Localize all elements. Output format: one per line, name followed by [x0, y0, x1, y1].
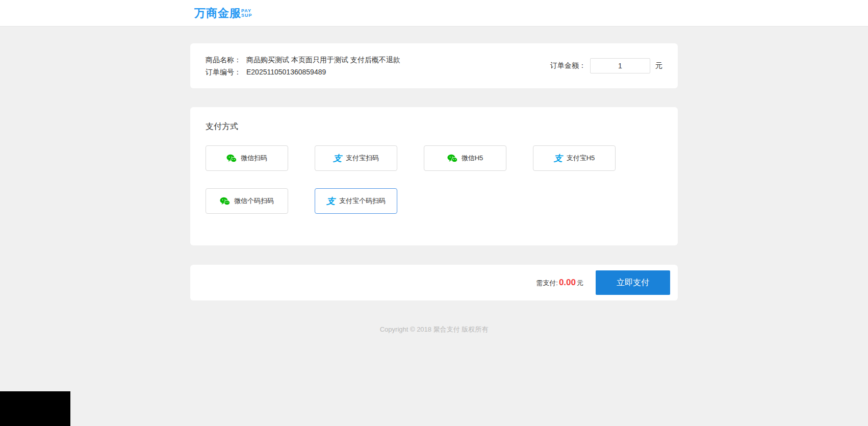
payment-method-label: 微信扫码 [241, 154, 267, 163]
site-header: 万商金服 PAY SUP [0, 0, 868, 27]
copyright-footer: Copyright © 2018 聚合支付 版权所有 [190, 325, 678, 334]
brand-name: 万商金服 [194, 7, 241, 19]
brand-tagline: PAY SUP [241, 7, 252, 18]
product-name-value: 商品购买测试 本页面只用于测试 支付后概不退款 [246, 54, 400, 66]
order-number-row: 订单编号： E2025110501360859489 [206, 66, 400, 78]
wechat-pay-icon [226, 154, 237, 163]
payment-method-wechat-h5[interactable]: 微信H5 [424, 145, 506, 171]
amount-due-value: 0.00 [559, 278, 576, 288]
wechat-pay-icon [447, 154, 457, 163]
payment-method-label: 支付宝扫码 [346, 154, 379, 163]
brand-logo: 万商金服 PAY SUP [190, 7, 252, 19]
order-amount-label: 订单金额： [550, 61, 586, 70]
main-content: 商品名称： 商品购买测试 本页面只用于测试 支付后概不退款 订单编号： E202… [190, 43, 678, 334]
payment-method-label: 微信H5 [462, 154, 483, 163]
black-corner-overlay [0, 391, 70, 426]
amount-due-unit: 元 [577, 279, 583, 288]
payment-method-alipay-qr[interactable]: 支 支付宝扫码 [315, 145, 397, 171]
product-name-label: 商品名称： [206, 54, 241, 66]
alipay-icon: 支 [554, 154, 563, 163]
checkout-bar: 需支付: 0.00 元 立即支付 [190, 265, 678, 300]
payment-method-label: 支付宝H5 [567, 154, 595, 163]
payment-methods-grid: 微信扫码 支 支付宝扫码 [206, 145, 662, 214]
order-number-value: E2025110501360859489 [246, 66, 326, 78]
pay-now-button[interactable]: 立即支付 [596, 270, 670, 295]
order-amount-input[interactable] [590, 58, 650, 73]
order-info-card: 商品名称： 商品购买测试 本页面只用于测试 支付后概不退款 订单编号： E202… [190, 43, 678, 88]
payment-method-alipay-h5[interactable]: 支 支付宝H5 [533, 145, 616, 171]
order-amount-unit: 元 [655, 61, 662, 70]
payment-method-label: 支付宝个码扫码 [339, 196, 386, 206]
payment-method-alipay-personal-qr[interactable]: 支 支付宝个码扫码 [315, 188, 397, 214]
alipay-icon: 支 [333, 154, 342, 163]
amount-due-label: 需支付: [536, 279, 558, 288]
payment-method-label: 微信个码扫码 [234, 196, 274, 206]
payment-method-wechat-qr[interactable]: 微信扫码 [206, 145, 288, 171]
payment-method-wechat-personal-qr[interactable]: 微信个码扫码 [206, 188, 288, 214]
wechat-pay-icon [220, 197, 230, 206]
order-details: 商品名称： 商品购买测试 本页面只用于测试 支付后概不退款 订单编号： E202… [206, 54, 400, 78]
alipay-icon: 支 [326, 197, 335, 206]
payment-methods-card: 支付方式 微信扫码 [190, 107, 678, 245]
order-amount-area: 订单金额： 元 [550, 58, 662, 73]
payment-page: 万商金服 PAY SUP 商品名称： 商品购买测试 本页面只用于测试 支付后概不… [0, 0, 868, 426]
payment-methods-title: 支付方式 [206, 121, 662, 132]
product-name-row: 商品名称： 商品购买测试 本页面只用于测试 支付后概不退款 [206, 54, 400, 66]
order-number-label: 订单编号： [206, 66, 241, 78]
amount-due: 需支付: 0.00 元 [536, 278, 583, 288]
copyright-text: Copyright © 2018 聚合支付 版权所有 [380, 325, 489, 333]
